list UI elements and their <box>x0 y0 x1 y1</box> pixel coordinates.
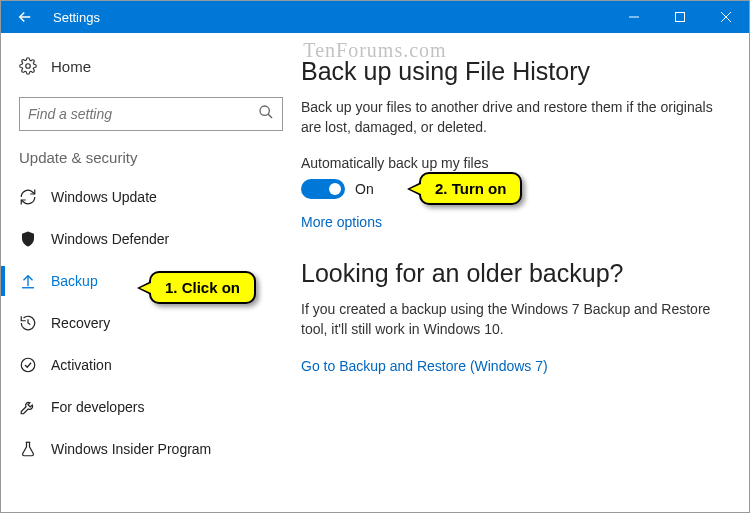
flask-icon <box>19 440 37 458</box>
upload-icon <box>19 272 37 290</box>
window-title: Settings <box>53 10 100 25</box>
nav-label: Activation <box>51 357 112 373</box>
maximize-button[interactable] <box>657 1 703 33</box>
titlebar: Settings <box>1 1 749 33</box>
more-options-link[interactable]: More options <box>301 214 382 230</box>
window-controls <box>611 1 749 33</box>
back-button[interactable] <box>1 1 49 33</box>
nav-label: Windows Insider Program <box>51 441 211 457</box>
auto-backup-label: Automatically back up my files <box>301 155 717 171</box>
nav-item-windows-update[interactable]: Windows Update <box>1 176 301 218</box>
close-button[interactable] <box>703 1 749 33</box>
section-description: Back up your files to another drive and … <box>301 98 717 137</box>
annotation-callout-2: 2. Turn on <box>419 172 522 205</box>
svg-point-4 <box>26 64 31 69</box>
section-heading-backup: Back up using File History <box>301 57 717 86</box>
nav-label: Windows Update <box>51 189 157 205</box>
svg-line-6 <box>268 114 272 118</box>
nav-label: Windows Defender <box>51 231 169 247</box>
nav-item-activation[interactable]: Activation <box>1 344 301 386</box>
main-content: Back up using File History Back up your … <box>301 33 749 512</box>
nav-item-for-developers[interactable]: For developers <box>1 386 301 428</box>
backup-restore-link[interactable]: Go to Backup and Restore (Windows 7) <box>301 358 548 374</box>
nav-label: Backup <box>51 273 98 289</box>
section-header: Update & security <box>1 149 301 176</box>
nav-list: Windows Update Windows Defender Backup R… <box>1 176 301 470</box>
check-icon <box>19 356 37 374</box>
nav-item-windows-defender[interactable]: Windows Defender <box>1 218 301 260</box>
section2-description: If you created a backup using the Window… <box>301 300 717 339</box>
sync-icon <box>19 188 37 206</box>
section-heading-older-backup: Looking for an older backup? <box>301 259 717 288</box>
search-input[interactable] <box>28 106 248 122</box>
nav-item-recovery[interactable]: Recovery <box>1 302 301 344</box>
annotation-callout-1: 1. Click on <box>149 271 256 304</box>
gear-icon <box>19 57 37 75</box>
svg-point-8 <box>21 358 35 372</box>
minimize-button[interactable] <box>611 1 657 33</box>
nav-item-insider[interactable]: Windows Insider Program <box>1 428 301 470</box>
tools-icon <box>19 398 37 416</box>
svg-point-5 <box>260 106 269 115</box>
auto-backup-toggle[interactable] <box>301 179 345 199</box>
toggle-state-label: On <box>355 181 374 197</box>
sidebar: Home Update & security Windows Update Wi… <box>1 33 301 512</box>
home-label: Home <box>51 58 91 75</box>
search-box[interactable] <box>19 97 283 131</box>
home-nav[interactable]: Home <box>1 49 301 83</box>
svg-rect-1 <box>676 13 685 22</box>
nav-label: For developers <box>51 399 144 415</box>
nav-label: Recovery <box>51 315 110 331</box>
shield-icon <box>19 230 37 248</box>
history-icon <box>19 314 37 332</box>
search-icon <box>258 104 274 124</box>
